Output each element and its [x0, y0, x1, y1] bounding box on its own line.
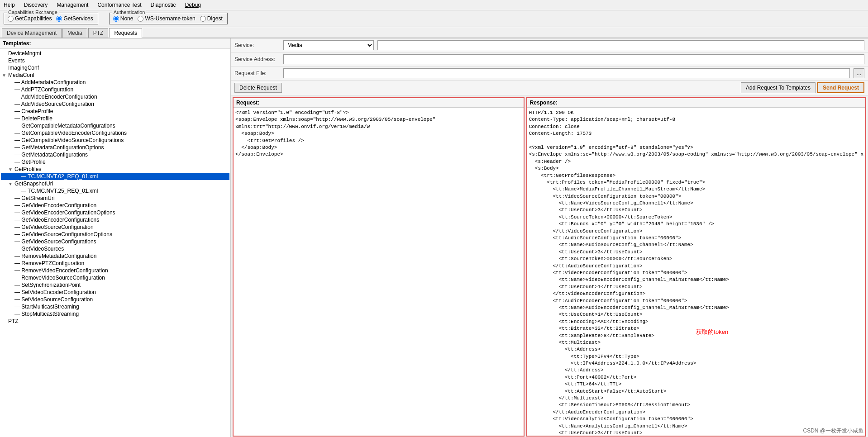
tab-ptz[interactable]: PTZ [88, 28, 109, 38]
tree-item-getvideosourceconf[interactable]: — GetVideoSourceConfiguration [1, 223, 229, 231]
none-radio[interactable]: None [113, 15, 134, 22]
tree-item-getprofiles[interactable]: ▼ GetProfiles [1, 166, 229, 173]
watermark: CSDN @一枚开发小咸鱼 [803, 427, 863, 435]
request-file-input[interactable] [283, 68, 850, 78]
tree-expand-getprofiles[interactable]: ▼ [7, 167, 14, 172]
tree-children-mediaconf: — AddMetadataConfiguration — AddPTZConfi… [1, 79, 229, 318]
tree-item-addvideo[interactable]: — AddVideoEncoderConfiguration [1, 93, 229, 100]
templates-label: Templates: [0, 38, 230, 49]
main-content: Templates: DeviceMngmt Events ImagingCon… [0, 38, 868, 437]
tree-label-getcompatiblevideo: — GetCompatibleVideoEncoderConfiguration… [14, 130, 127, 136]
service-address-bar[interactable] [377, 40, 864, 50]
tree-item-getprofile[interactable]: — GetProfile [1, 158, 229, 166]
menu-management[interactable]: Management [55, 1, 90, 9]
tree-item-getvideoencoderconfigurations[interactable]: — GetVideoEncoderConfigurations [1, 216, 229, 223]
tree-item-getvideoencoderconfig[interactable]: — GetVideoEncoderConfiguration [1, 202, 229, 209]
response-panel-content[interactable]: HTTP/1.1 200 OK Content-Type: applicatio… [527, 108, 865, 436]
tree-label-events: Events [7, 57, 25, 64]
authentication-group-label: Authentication [112, 10, 147, 15]
service-row: Service: Media [231, 38, 868, 52]
tree-item-setsyncpoint[interactable]: — SetSynchronizationPoint [1, 281, 229, 289]
menu-diagnostic[interactable]: Diagnostic [149, 1, 178, 9]
tree-label-addvideosource: — AddVideoSourceConfiguration [14, 101, 94, 107]
tree-item-addptz[interactable]: — AddPTZConfiguration [1, 86, 229, 93]
right-action-buttons: Add Request To Templates Send Request [741, 82, 864, 93]
add-to-templates-button[interactable]: Add Request To Templates [741, 82, 816, 93]
tree-item-getvideosourceconfoptions[interactable]: — GetVideoSourceConfigurationOptions [1, 231, 229, 238]
tree-expand-getsnapshoturi[interactable]: ▼ [7, 181, 14, 186]
tree-label-tc_mc_nvt25: — TC.MC.NVT.25_REQ_01.xml [20, 188, 98, 194]
menu-help[interactable]: Help [2, 1, 17, 9]
tree-label-deleteprofile: — DeleteProfile [14, 115, 52, 122]
tree-label-getcompatiblemeta: — GetCompatibleMetadataConfigurations [14, 123, 115, 129]
tree-expand-mediaconf[interactable]: ▼ [1, 73, 7, 78]
getservices-radio[interactable]: GetServices [56, 15, 93, 22]
token-annotation: 获取的token [696, 328, 728, 336]
capabilities-exchange-section: Capabilities Exchange GetCapabilities Ge… [4, 13, 98, 24]
tree-children-getsnapshoturi: — TC.MC.NVT.25_REQ_01.xml [1, 187, 229, 195]
tree-item-stopmulticast[interactable]: — StopMulticastStreaming [1, 310, 229, 318]
tree-label-createprofile: — CreateProfile [14, 108, 53, 114]
delete-request-button[interactable]: Delete Request [234, 83, 282, 93]
tree-item-removemetadata[interactable]: — RemoveMetadataConfiguration [1, 252, 229, 260]
tree-item-removevideosourceconf[interactable]: — RemoveVideoSourceConfiguration [1, 274, 229, 281]
tree-label-getvideoencoderconfig: — GetVideoEncoderConfiguration [14, 202, 96, 209]
tree-item-addmetadata[interactable]: — AddMetadataConfiguration [1, 79, 229, 86]
service-select[interactable]: Media [283, 40, 374, 50]
tree-item-devicemngmt[interactable]: DeviceMngmt [1, 50, 229, 57]
tree-item-getcompatiblevideo[interactable]: — GetCompatibleVideoEncoderConfiguration… [1, 129, 229, 137]
tree-item-getmetadataconfiguration[interactable]: — GetMetadataConfigurations [1, 151, 229, 158]
tree-label-setvideoencoderconf: — SetVideoEncoderConfiguration [14, 289, 96, 295]
tree-label-getvideosourceconf: — GetVideoSourceConfiguration [14, 224, 94, 230]
tree-item-mediaconf[interactable]: ▼ MediaConf [1, 71, 229, 79]
request-file-row: Request File: ... [231, 66, 868, 81]
panels-row: Request: <?xml version="1.0" encoding="u… [231, 95, 868, 437]
menu-debug[interactable]: Debug [183, 1, 203, 9]
tree-item-deleteprofile[interactable]: — DeleteProfile [1, 115, 229, 122]
tree-item-getvideosources[interactable]: — GetVideoSources [1, 245, 229, 252]
digest-radio[interactable]: Digest [200, 15, 223, 22]
send-request-button[interactable]: Send Request [817, 82, 864, 93]
tree-item-getstreamuri[interactable]: — GetStreamUri [1, 195, 229, 202]
tab-requests[interactable]: Requests [109, 28, 142, 38]
tree-item-getvideosourceconfs[interactable]: — GetVideoSourceConfigurations [1, 238, 229, 245]
tree-label-removemetadata: — RemoveMetadataConfiguration [14, 253, 96, 259]
tree-item-removeptz[interactable]: — RemovePTZConfiguration [1, 260, 229, 267]
wsusername-radio[interactable]: WS-Username token [138, 15, 195, 22]
tree-item-ptz[interactable]: PTZ [1, 318, 229, 325]
request-panel-content[interactable]: <?xml version="1.0" encoding="utf-8"?> <… [234, 108, 524, 436]
menu-discovery[interactable]: Discovery [22, 1, 50, 9]
tree-label-devicemngmt: DeviceMngmt [7, 50, 41, 57]
tree-item-getcompatiblemeta[interactable]: — GetCompatibleMetadataConfigurations [1, 122, 229, 129]
tree-item-getsnapshoturi[interactable]: ▼ GetSnapshotUri [1, 180, 229, 187]
tree-item-events[interactable]: Events [1, 57, 229, 64]
tree-label-getmetadataconfig: — GetMetadataConfigurationOptions [14, 144, 104, 151]
tree-item-addvideosource[interactable]: — AddVideoSourceConfiguration [1, 100, 229, 108]
tree-item-setvideoencoderconf[interactable]: — SetVideoEncoderConfiguration [1, 289, 229, 296]
tree-label-ptz: PTZ [7, 318, 19, 324]
tree-item-imagingconf[interactable]: ImagingConf [1, 64, 229, 71]
tree-item-getmetadataconfig[interactable]: — GetMetadataConfigurationOptions [1, 144, 229, 151]
tab-media[interactable]: Media [62, 28, 87, 38]
browse-button[interactable]: ... [854, 68, 864, 78]
tab-device-management[interactable]: Device Management [2, 28, 62, 38]
tree-label-tc_mc_nvt02: — TC.MC.NVT.02_REQ_01.xml [20, 173, 98, 180]
service-address-input[interactable] [283, 54, 864, 64]
tree-label-getvideoencoderconfigurations: — GetVideoEncoderConfigurations [14, 217, 99, 223]
request-panel: Request: <?xml version="1.0" encoding="u… [233, 97, 525, 437]
tree-item-setvideosourceconf[interactable]: — SetVideoSourceConfiguration [1, 296, 229, 303]
menu-conformance[interactable]: Conformance Test [95, 1, 143, 9]
tree-item-tc_mc_nvt25[interactable]: — TC.MC.NVT.25_REQ_01.xml [1, 187, 229, 195]
tree-label-setsyncpoint: — SetSynchronizationPoint [14, 282, 81, 288]
tree-label-getvideosourceconfs: — GetVideoSourceConfigurations [14, 238, 96, 245]
getcapabilities-radio[interactable]: GetCapabilities [8, 15, 52, 22]
tree-item-getvideoencoderconfoptions[interactable]: — GetVideoEncoderConfigurationOptions [1, 209, 229, 216]
tree-item-startmulticast[interactable]: — StartMulticastStreaming [1, 303, 229, 310]
tree-container[interactable]: DeviceMngmt Events ImagingConf▼ MediaCon… [0, 49, 230, 437]
tree-label-getprofile: — GetProfile [14, 159, 46, 165]
tree-item-removevideoencoderconf[interactable]: — RemoveVideoEncoderConfiguration [1, 267, 229, 274]
tree-item-tc_mc_nvt02[interactable]: — TC.MC.NVT.02_REQ_01.xml [1, 173, 229, 180]
service-label: Service: [234, 42, 280, 48]
tree-item-getcompatiblevideosource[interactable]: — GetCompatibleVideoSourceConfigurations [1, 137, 229, 144]
tree-item-createprofile[interactable]: — CreateProfile [1, 108, 229, 115]
